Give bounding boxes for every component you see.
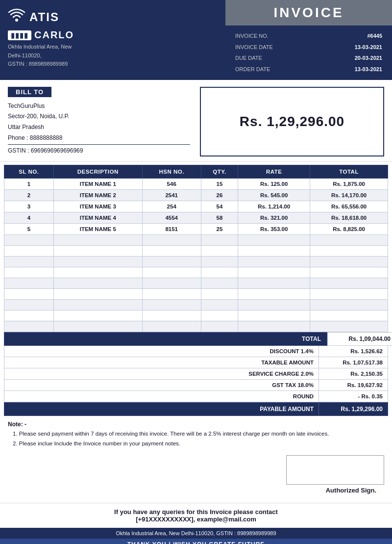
cell-qty: 15 — [201, 178, 238, 189]
payable-value: Rs. 1,29,296.00 — [319, 403, 388, 415]
bill-to-info: BILL TO TechGuruPlus Sector-200, Noida, … — [8, 87, 190, 156]
note-item: 2. Please inclue Include the Invoice num… — [13, 440, 384, 448]
cell-hsn: 4554 — [142, 212, 201, 223]
items-table: SL NO. DESCRIPTION HSN NO. QTY. RATE TOT… — [4, 165, 388, 332]
signature-box — [286, 455, 384, 485]
col-header-qty: QTY. — [201, 165, 238, 178]
bill-address1: Sector-200, Noida, U.P. — [8, 111, 190, 122]
sub-company-name: CARLO — [34, 29, 74, 41]
col-header-desc: DESCRIPTION — [53, 165, 142, 178]
table-header-row: SL NO. DESCRIPTION HSN NO. QTY. RATE TOT… — [4, 165, 388, 178]
cell-rate: Rs. 545.00 — [238, 189, 310, 201]
inv-number-label: INVOICE NO. — [233, 30, 319, 42]
bill-phone: Phone : 8888888888 — [8, 133, 190, 144]
cell-desc: ITEM NAME 3 — [53, 201, 142, 212]
company-info: ATIS ▮▮▮▮ CARLO Okhla Industrial Area, N… — [0, 0, 225, 80]
cell-total: Rs. 14,170.00 — [310, 189, 388, 201]
cell-qty: 25 — [201, 223, 238, 234]
cell-hsn: 2541 — [142, 189, 201, 201]
service-label: SERVICE CHARGE 2.0% — [4, 368, 319, 379]
cell-hsn: 8151 — [142, 223, 201, 234]
payable-label: PAYABLE AMOUNT — [4, 403, 319, 415]
cell-sl: 5 — [4, 223, 54, 234]
cell-rate: Rs. 353.00 — [238, 223, 310, 234]
cell-sl: 3 — [4, 201, 54, 212]
company-logo-row: ATIS — [8, 7, 218, 27]
inv-order-value: 13-03-2021 — [319, 64, 384, 75]
bill-details: TechGuruPlus Sector-200, Noida, U.P. Utt… — [8, 101, 190, 156]
invoice-details: INVOICE NO. #6445 INVOICE DATE 13-03-202… — [225, 26, 392, 80]
service-row: SERVICE CHARGE 2.0% Rs. 2,150.35 — [4, 368, 388, 380]
total-value: Rs. 1,09,044.00 — [327, 332, 392, 346]
bill-address2: Uttar Pradesh — [8, 122, 190, 133]
bill-to-label: BILL TO — [8, 87, 51, 97]
contact-line1: If you have any queries for this Invoice… — [8, 508, 384, 516]
footer-contact: If you have any queries for this Invoice… — [0, 503, 392, 525]
cell-total: Rs. 8,825.00 — [310, 223, 388, 234]
inv-due-value: 20-03-2021 — [319, 52, 384, 64]
bill-section: BILL TO TechGuruPlus Sector-200, Noida, … — [0, 80, 392, 162]
invoice-info: INVOICE INVOICE NO. #6445 INVOICE DATE 1… — [225, 0, 392, 80]
round-value: - Rs. 0.35 — [319, 391, 388, 402]
cell-desc: ITEM NAME 1 — [53, 178, 142, 189]
cell-hsn: 546 — [142, 178, 201, 189]
gst-value: Rs. 19,627.92 — [319, 380, 388, 390]
items-table-wrapper: SL NO. DESCRIPTION HSN NO. QTY. RATE TOT… — [0, 165, 392, 332]
notes-title: Note: - — [8, 421, 384, 428]
address-line1: Okhla Industrial Area, New — [8, 43, 218, 52]
auth-label: Authorized Sign. — [286, 485, 384, 499]
col-header-hsn: HSN NO. — [142, 165, 201, 178]
cell-desc: ITEM NAME 2 — [53, 189, 142, 201]
invoice-title: INVOICE — [273, 5, 343, 21]
bill-company: TechGuruPlus — [8, 101, 190, 112]
service-value: Rs. 2,150.35 — [319, 368, 388, 379]
cell-sl: 4 — [4, 212, 54, 223]
col-header-rate: RATE — [238, 165, 310, 178]
address-line2: Delhi-110020, — [8, 52, 218, 60]
inv-due-label: DUE DATE — [233, 52, 319, 64]
cell-rate: Rs. 125.00 — [238, 178, 310, 189]
svg-point-0 — [15, 19, 18, 22]
page-header: ATIS ▮▮▮▮ CARLO Okhla Industrial Area, N… — [0, 0, 392, 80]
col-header-sl: SL NO. — [4, 165, 54, 178]
inv-date-value: 13-03-2021 — [319, 42, 384, 53]
cell-desc: ITEM NAME 4 — [53, 212, 142, 223]
cell-total: Rs. 1,875.00 — [310, 178, 388, 189]
cell-total: Rs. 18,618.00 — [310, 212, 388, 223]
cell-sl: 1 — [4, 178, 54, 189]
thankyou-text: THANK YOU ! WISH YOU GREATE FUTURE — [127, 541, 265, 544]
total-amount-display: Rs. 1,29,296.00 — [240, 114, 344, 130]
cell-desc: ITEM NAME 5 — [53, 223, 142, 234]
cell-rate: Rs. 321.00 — [238, 212, 310, 223]
company-name: ATIS — [29, 10, 59, 24]
discount-value: Rs. 1,526.62 — [319, 346, 388, 357]
taxable-row: TAXABLE AMOUNT Rs. 1,07,517.38 — [4, 357, 388, 368]
discount-row: DISCOUNT 1.4% Rs. 1,526.62 — [4, 346, 388, 357]
taxable-label: TAXABLE AMOUNT — [4, 357, 319, 368]
cell-sl: 2 — [4, 189, 54, 201]
inv-number-value: #6445 — [319, 30, 384, 42]
router-icon: ▮▮▮▮ — [8, 30, 31, 40]
gst-row: GST TAX 18.0% Rs. 19,627.92 — [4, 380, 388, 391]
notes-section: Note: - 1. Please send payment within 7 … — [0, 416, 392, 453]
sub-company-row: ▮▮▮▮ CARLO — [8, 29, 218, 41]
footer-address: Okhla Industrial Area, New Delhi-110020,… — [0, 528, 392, 539]
inv-date-label: INVOICE DATE — [233, 42, 319, 53]
bill-gstin: GSTIN : 6969696969696969 — [8, 144, 190, 156]
note-item: 1. Please send payment within 7 days of … — [13, 430, 384, 438]
inv-order-label: ORDER DATE — [233, 64, 319, 75]
wifi-icon — [8, 7, 25, 27]
discount-label: DISCOUNT 1.4% — [4, 346, 319, 357]
cell-qty: 26 — [201, 189, 238, 201]
round-label: ROUND — [4, 391, 319, 402]
taxable-value: Rs. 1,07,517.38 — [319, 357, 388, 368]
invoice-title-box: INVOICE — [225, 0, 392, 26]
cell-qty: 58 — [201, 212, 238, 223]
total-label: TOTAL — [4, 332, 327, 346]
contact-line2: [+91XXXXXXXXXX], example@mail.com — [8, 516, 384, 523]
cell-rate: Rs. 1,214.00 — [238, 201, 310, 212]
cell-total: Rs. 65,556.00 — [310, 201, 388, 212]
round-row: ROUND - Rs. 0.35 — [4, 391, 388, 402]
footer-address-text: Okhla Industrial Area, New Delhi-110020,… — [116, 530, 276, 536]
total-amount-box: Rs. 1,29,296.00 — [200, 87, 384, 156]
